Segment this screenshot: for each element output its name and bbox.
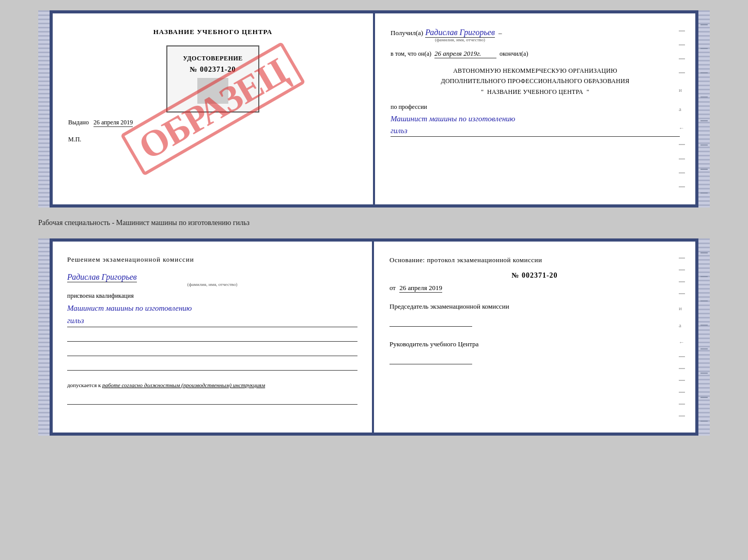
certificate-box: УДОСТОВЕРЕНИЕ № 002371-20	[166, 45, 259, 113]
margin-label-i: и	[679, 87, 685, 93]
margin-dash	[679, 281, 685, 282]
org-line2: ДОПОЛНИТЕЛЬНОГО ПРОФЕССИОНАЛЬНОГО ОБРАЗО…	[391, 76, 680, 86]
school-name-top-left: НАЗВАНИЕ УЧЕБНОГО ЦЕНТРА	[68, 28, 357, 36]
admission-text: допускается к работе согласно должностны…	[67, 381, 357, 390]
margin-dash	[679, 404, 685, 405]
between-label: Рабочая специальность - Машинист машины …	[38, 217, 710, 229]
margin-dash	[679, 368, 685, 369]
right-margin-dashes: и а ←	[679, 13, 685, 204]
margin-dash	[679, 186, 685, 187]
profession-label: по профессии	[391, 103, 680, 111]
margin-dash	[679, 392, 685, 393]
blank-line-2	[67, 345, 357, 356]
dash-separator: –	[497, 29, 502, 37]
head-title: Руководитель учебного Центра	[389, 339, 680, 350]
qualification-name: Машинист машины по изготовлению гильз	[67, 302, 357, 327]
margin-label-arrow: ←	[679, 125, 685, 131]
admission-prefix: допускается к	[67, 382, 101, 388]
margin-label-a: а	[679, 106, 685, 112]
edge-dash	[700, 97, 708, 98]
basis-title: Основание: протокол экзаменационной коми…	[389, 256, 680, 264]
top-document-wrapper: НАЗВАНИЕ УЧЕБНОГО ЦЕНТРА УДОСТОВЕРЕНИЕ №…	[38, 10, 710, 207]
person-name-block: Радислав Григорьев (фамилия, имя, отчест…	[67, 273, 357, 287]
margin-dash	[679, 415, 685, 417]
edge-dash	[700, 348, 708, 349]
blank-line-3	[67, 359, 357, 371]
margin-label-i2: и	[679, 305, 685, 311]
bottom-right-panel: Основание: протокол экзаменационной коми…	[374, 242, 695, 433]
margin-dash	[679, 380, 685, 381]
margin-dash	[679, 44, 685, 45]
bottom-right-binding-strip	[698, 238, 710, 436]
date-line: от 26 апреля 2019	[389, 284, 680, 292]
edge-dash	[700, 373, 708, 374]
edge-dash	[700, 48, 708, 49]
right-binding-strip	[698, 10, 710, 207]
edge-dash	[700, 169, 708, 170]
margin-label-arrow2: ←	[679, 339, 685, 345]
org-line1: АВТОНОМНУЮ НЕКОММЕРЧЕСКУЮ ОРГАНИЗАЦИЮ	[391, 66, 680, 76]
margin-dash	[679, 72, 685, 73]
completed-date: 26 апреля 2019г.	[434, 50, 496, 58]
margin-dash	[679, 356, 685, 357]
left-binding-strip	[38, 10, 50, 207]
profession-name-line1: Машинист машины по изготовлению	[391, 115, 515, 123]
bottom-document-wrapper: Решением экзаменационной комиссии Радисл…	[38, 238, 710, 436]
edge-dash	[700, 276, 708, 277]
edge-dash	[700, 120, 708, 121]
issued-date-line: Выдано 26 апреля 2019	[68, 119, 357, 126]
stamp-placeholder	[197, 78, 228, 104]
edge-dash	[700, 252, 708, 253]
bottom-document-pair: Решением экзаменационной комиссии Радисл…	[50, 238, 698, 436]
blank-line-4	[67, 393, 357, 405]
edge-dash	[700, 24, 708, 25]
org-block: АВТОНОМНУЮ НЕКОММЕРЧЕСКУЮ ОРГАНИЗАЦИЮ ДО…	[391, 66, 680, 97]
cert-title: УДОСТОВЕРЕНИЕ	[183, 55, 243, 62]
top-left-panel: НАЗВАНИЕ УЧЕБНОГО ЦЕНТРА УДОСТОВЕРЕНИЕ №…	[53, 13, 375, 204]
edge-dash	[700, 300, 708, 301]
qual-line1: Машинист машины по изготовлению	[67, 304, 192, 312]
date-value: 26 апреля 2019	[399, 284, 442, 293]
date-prefix: от	[389, 284, 396, 292]
edge-dash	[700, 325, 708, 326]
org-quote1: "	[481, 88, 484, 95]
protocol-number: № 002371-20	[389, 271, 680, 280]
received-line: Получил(а) Радислав Григорьев (фамилия, …	[391, 28, 680, 42]
margin-dash	[679, 293, 685, 294]
bottom-left-panel: Решением экзаменационной комиссии Радисл…	[53, 242, 374, 433]
edge-dash	[700, 72, 708, 73]
admission-content: работе согласно должностным (производств…	[102, 382, 265, 388]
qual-line2: гильз	[67, 316, 84, 325]
completed-suffix: окончил(а)	[500, 50, 528, 58]
edge-dash	[700, 421, 708, 422]
margin-dash	[679, 30, 685, 31]
margin-dash	[679, 58, 685, 59]
completed-prefix: в том, что он(а)	[391, 50, 431, 58]
completion-info: в том, что он(а) 26 апреля 2019г. окончи…	[391, 50, 680, 58]
edge-dash	[700, 193, 708, 194]
profession-name-line2: гильз	[391, 126, 408, 135]
received-prefix: Получил(а)	[391, 29, 423, 37]
org-name-line: " НАЗВАНИЕ УЧЕБНОГО ЦЕНТРА "	[391, 87, 680, 97]
edge-dash	[700, 397, 708, 398]
margin-dash	[679, 172, 685, 173]
recipient-name: Радислав Григорьев (фамилия, имя, отчест…	[425, 28, 495, 42]
person-name: Радислав Григорьев	[67, 273, 137, 282]
chair-sign-line	[389, 316, 472, 327]
margin-label-a2: а	[679, 322, 685, 328]
head-sign-line	[389, 354, 472, 364]
org-name: НАЗВАНИЕ УЧЕБНОГО ЦЕНТРА	[487, 88, 583, 95]
completion-line: в том, что он(а) 26 апреля 2019г. окончи…	[391, 50, 680, 58]
person-sublabel: (фамилия, имя, отчество)	[67, 282, 357, 287]
issued-date-value: 26 апреля 2019	[93, 119, 133, 127]
chair-title: Председатель экзаменационной комиссии	[389, 301, 680, 312]
margin-dash	[679, 144, 685, 145]
top-right-panel: Получил(а) Радислав Григорьев (фамилия, …	[375, 13, 695, 204]
issued-label: Выдано	[68, 119, 89, 126]
cert-number: № 002371-20	[190, 66, 236, 74]
edge-dash	[700, 145, 708, 146]
org-quote2: "	[587, 88, 589, 95]
top-document-pair: НАЗВАНИЕ УЧЕБНОГО ЦЕНТРА УДОСТОВЕРЕНИЕ №…	[50, 10, 698, 207]
blank-line-1	[67, 330, 357, 342]
bottom-right-margin-dashes: и а ←	[679, 242, 685, 433]
